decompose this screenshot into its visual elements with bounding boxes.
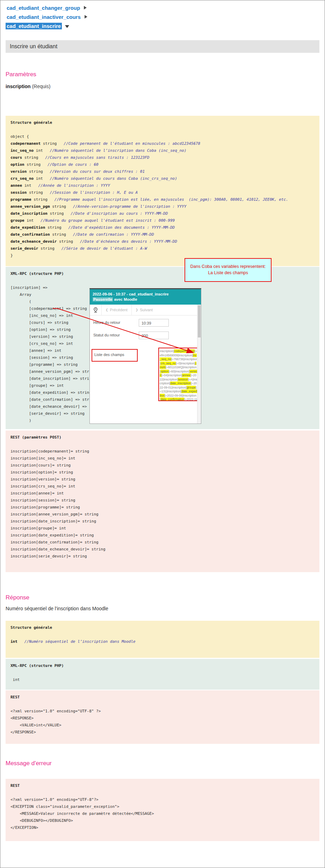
code-line: inscription[programme]= string: [10, 504, 315, 511]
code-line: int //Numéro séquentiel de l’inscription…: [10, 638, 315, 645]
field-label-heure: Heure du retour: [93, 320, 120, 325]
code-line: inscription[date_expedition]= string: [10, 532, 315, 539]
code-line: inscription[groupe]= int: [10, 525, 315, 532]
code-line: version string //Version du cours sur de…: [10, 168, 315, 175]
code-block: object {codepermanent string //Code perm…: [10, 126, 315, 259]
highlighted-field-name: date_inscription: [170, 382, 191, 385]
code-line: inscription[date_inscription]= string: [10, 518, 315, 525]
section-heading-parametres: Paramètres: [6, 71, 36, 78]
code-box-title: REST (paramètres POST): [10, 434, 315, 441]
code-box-title: REST: [10, 782, 315, 789]
screenshot-subtitle-highlight: Passerelle: [93, 297, 113, 301]
screenshot-form: Heure du retour 10:39 Statut du retour 2…: [90, 315, 201, 412]
previous-button: ❮Précédent: [101, 305, 131, 315]
code-line: date_confirmation string //Date de confi…: [10, 231, 315, 238]
code-line: inscription[version]= string: [10, 476, 315, 483]
code-line: annee int //Année de l'inscription : YYY…: [10, 182, 315, 189]
screenshot-subtitle-rest: avec Moodle: [113, 297, 137, 301]
code-line: [10, 126, 315, 133]
response-structure-box: Structure générale int //Numéro séquenti…: [6, 621, 319, 658]
field-text: inscription[: [160, 349, 174, 353]
code-line: programme string //Programme auquel l'in…: [10, 196, 315, 203]
embedded-app-screenshot: 2022-09-06 - 10:37 - cad_etudiant_inscri…: [89, 288, 201, 424]
highlighted-field-name: crs_seq_no: [160, 362, 176, 365]
annotation-line2: La Liste des champs: [185, 270, 271, 276]
annotation-line1: Dans Coba ces variables representent:: [185, 263, 271, 270]
chevron-left-icon: ❮: [106, 308, 108, 312]
code-line: [10, 669, 315, 676]
code-box-title: Structure générale: [10, 119, 315, 126]
code-line: int: [10, 676, 315, 683]
code-line: </RESPONSE>: [10, 729, 315, 736]
code-line: session string //Session de l'inscriptio…: [10, 189, 315, 196]
nav-item-inactiver-cours[interactable]: cad_etudiant_inactiver_cours: [6, 12, 87, 21]
screenshot-toolbar: ❮Précédent ❯Suivant: [90, 305, 201, 315]
params-rest-box: REST (paramètres POST) inscription[codep…: [6, 431, 319, 572]
field-text: ]=0|inscription[: [176, 362, 195, 365]
params-structure-box: Structure générale object {codepermanent…: [6, 116, 319, 266]
code-line: inscription[annee_version_pgm]= string: [10, 511, 315, 518]
code-line: inscription[serie_devoir]= string: [10, 553, 315, 560]
code-line: inscription[session]= string: [10, 497, 315, 504]
code-line: date_expedition string //Date d'expéditi…: [10, 224, 315, 231]
highlighted-field-name: option: [160, 370, 168, 373]
field-value-heure: 10:39: [139, 319, 169, 327]
response-rest-box: REST <?xml version="1.0" encoding="UTF-8…: [6, 690, 319, 744]
code-line: [10, 789, 315, 796]
nav-item-label[interactable]: cad_etudiant_inscrire: [6, 23, 62, 29]
code-line: <VALUE>int</VALUE>: [10, 722, 315, 729]
code-block: <?xml version="1.0" encoding="UTF-8" ?><…: [10, 701, 315, 736]
field-value-liste-champs: inscription[codepermanent]=lefm16569009|…: [158, 348, 199, 401]
code-line: inscription[annee]= int: [10, 490, 315, 497]
field-label-liste-champs: Liste des champs: [92, 349, 138, 362]
scrollbar-thumb: [198, 305, 201, 337]
chevron-right-icon: [84, 6, 87, 9]
code-box-title: XML-RPC (structure PHP): [10, 662, 315, 669]
function-nav: cad_etudiant_changer_group cad_etudiant_…: [6, 3, 87, 30]
code-line: inscription[option]= string: [10, 469, 315, 476]
screenshot-title: 2022-09-06 - 10:37 - cad_etudiant_inscri…: [93, 292, 198, 297]
screenshot-titlebar: 2022-09-06 - 10:37 - cad_etudiant_inscri…: [90, 289, 201, 305]
code-line: cours string //Cours en majuscules sans …: [10, 154, 315, 161]
code-line: inc_seq_no int //Numéro séquentiel de l’…: [10, 147, 315, 154]
code-block: int: [10, 669, 315, 683]
code-line: date_echeance_devoir string //Date d'éch…: [10, 238, 315, 245]
code-line: <DEBUGINFO></DEBUGINFO>: [10, 817, 315, 824]
param-name: inscription: [6, 84, 31, 89]
field-label-statut: Statut du retour: [93, 333, 120, 337]
section-heading-erreur: Message d'erreur: [6, 760, 52, 767]
response-xmlrpc-box: XML-RPC (structure PHP) int: [6, 659, 319, 690]
field-text: ]=60|inscription[: [169, 370, 190, 373]
code-line: option string //Option de cours : 60: [10, 161, 315, 168]
code-line: <?xml version="1.0" encoding="UTF-8" ?>: [10, 708, 315, 715]
nav-item-label[interactable]: cad_etudiant_changer_group: [6, 5, 81, 11]
previous-button-label: Précédent: [110, 308, 128, 312]
nav-item-inscrire-selected[interactable]: cad_etudiant_inscrire: [6, 21, 87, 30]
code-line: </EXCEPTION>: [10, 824, 315, 831]
code-box-title: Structure générale: [10, 624, 315, 631]
param-required-badge: (Requis): [32, 84, 50, 89]
code-line: inscription[inc_seq_no]= int: [10, 455, 315, 462]
code-line: <MESSAGE>Valeur incorrecte de paramètre …: [10, 810, 315, 817]
next-button-label: Suivant: [140, 308, 153, 312]
documentation-page: cad_etudiant_changer_group cad_etudiant_…: [0, 0, 325, 868]
location-pin-icon: [93, 307, 98, 313]
chevron-right-icon: ❯: [136, 308, 138, 312]
code-line: annee_version_pgm string //Année-version…: [10, 203, 315, 210]
code-line: codepermanent string //Code permanent de…: [10, 140, 315, 147]
code-line: <EXCEPTION class="invalid_parameter_exce…: [10, 803, 315, 810]
nav-item-label[interactable]: cad_etudiant_inactiver_cours: [6, 14, 82, 20]
chevron-right-icon: [85, 15, 87, 19]
highlighted-field-name: date_confirmation: [160, 398, 184, 401]
error-rest-box: REST <?xml version="1.0" encoding="UTF-8…: [6, 779, 319, 841]
code-line: inscription[codepermanent]= string: [10, 448, 315, 455]
code-line: <RESPONSE>: [10, 715, 315, 722]
highlighted-field-name: groupe: [187, 386, 196, 389]
nav-item-changer-group[interactable]: cad_etudiant_changer_group: [6, 3, 87, 12]
code-line: <?xml version="1.0" encoding="UTF-8"?>: [10, 796, 315, 803]
code-line: date_inscription string //Date d'inscrip…: [10, 210, 315, 217]
code-line: object {: [10, 133, 315, 140]
code-line: inscription[date_confirmation]= string: [10, 539, 315, 546]
section-heading-reponse: Réponse: [6, 594, 29, 601]
code-line: [10, 701, 315, 708]
